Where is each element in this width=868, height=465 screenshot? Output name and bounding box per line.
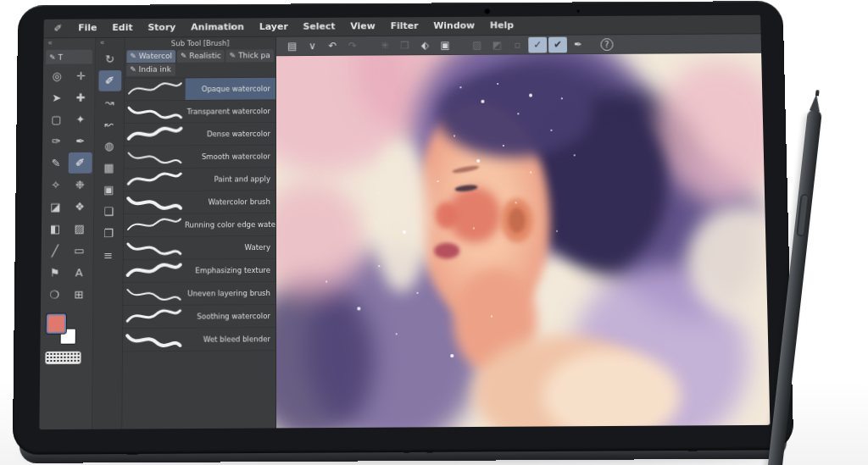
tablet-device: ✐ FileEditStoryAnimationLayerSelectViewF… <box>13 1 794 463</box>
brush-stroke-preview <box>124 214 185 236</box>
brush-list-item[interactable]: Soothing watercolor <box>123 305 275 329</box>
eyedropper-tool[interactable]: ✑ <box>44 130 69 152</box>
star-speckles <box>276 56 278 58</box>
transparent-color-swatch[interactable] <box>45 352 81 364</box>
fill-tool[interactable]: ◧ <box>43 218 68 239</box>
layer-property-icon[interactable]: ❏ <box>97 201 120 222</box>
collapse-quick-access-button[interactable]: « <box>96 38 125 49</box>
brush-list-item[interactable]: Running color edge watercolor <box>124 213 275 237</box>
product-photo-background: ✐ FileEditStoryAnimationLayerSelectViewF… <box>0 0 868 465</box>
chevron-down-icon[interactable]: ∨ <box>303 38 322 54</box>
object-tool[interactable]: ➤ <box>45 87 70 108</box>
gradient-tool[interactable]: ▨ <box>67 218 92 239</box>
text-tool[interactable]: A <box>67 262 92 283</box>
snap-ruler-icon[interactable]: ✓ <box>528 36 547 53</box>
selection-border-icon[interactable]: ▫ <box>508 36 526 53</box>
invert-selection-icon[interactable]: ◩ <box>488 37 507 53</box>
app-logo-icon: ✐ <box>50 22 65 36</box>
blend-tool[interactable]: ❖ <box>68 196 92 217</box>
menu-view[interactable]: View <box>342 17 382 36</box>
artwork-canvas[interactable] <box>276 53 770 429</box>
stylus-button <box>796 194 810 237</box>
figure-tool[interactable]: ╱ <box>43 240 68 261</box>
ruler-tool[interactable]: ▭ <box>67 240 92 261</box>
redo-icon[interactable]: ↷ <box>343 38 362 54</box>
layer-palette-icon[interactable]: ❐ <box>97 223 120 244</box>
menu-file[interactable]: File <box>70 19 104 37</box>
subtool-tab-watercol[interactable]: ✎Watercol <box>126 50 175 63</box>
brush-stroke-preview <box>125 78 186 100</box>
portrait-lips <box>434 243 459 259</box>
menu-animation[interactable]: Animation <box>183 18 252 36</box>
menu-help[interactable]: Help <box>482 16 521 35</box>
move-tool[interactable]: ✚ <box>69 87 93 108</box>
subtool-tab-realistic[interactable]: ✎Realistic <box>177 50 225 63</box>
brush-name: Dense watercolor <box>185 130 275 139</box>
hand-tool[interactable]: ✛ <box>69 65 93 86</box>
marker-tool[interactable]: ✎ <box>44 152 69 174</box>
crop-frame-icon[interactable]: ▣ <box>436 37 454 53</box>
tool-palette-tab[interactable]: ✎ T <box>46 50 92 64</box>
brush-list-item[interactable]: Wet bleed blender <box>123 328 275 352</box>
brush-list-item[interactable]: Emphasizing texture <box>124 259 275 283</box>
undo-icon[interactable]: ↶ <box>323 38 342 54</box>
operation-tool-icon[interactable]: ✐ <box>98 70 121 91</box>
zoom-tool[interactable]: ◎ <box>45 66 70 87</box>
brush-name: Uneven layering brush <box>185 289 275 298</box>
eraser-tool[interactable]: ◪ <box>43 197 68 218</box>
subtool-tab-thick-pa[interactable]: ✎Thick pa <box>226 49 274 62</box>
airbrush-tool[interactable]: ✧ <box>43 174 68 196</box>
marquee-tool[interactable]: ▢ <box>44 109 69 130</box>
color-swatches <box>45 313 87 368</box>
menu-window[interactable]: Window <box>426 17 482 36</box>
brush-list-item[interactable]: Paint and apply <box>124 168 275 191</box>
brush-list-item[interactable]: Smooth watercolor <box>125 146 275 169</box>
brush-list-item[interactable]: Uneven layering brush <box>123 282 275 306</box>
subtool-tab-india-ink[interactable]: ✎India ink <box>126 64 175 76</box>
screen-icon[interactable]: ▣ <box>97 179 120 200</box>
eraser-icon[interactable]: ⬖ <box>415 37 434 53</box>
menu-select[interactable]: Select <box>296 18 343 36</box>
brush-stroke-preview <box>125 146 186 168</box>
snap-special-ruler-icon[interactable]: ✔ <box>548 36 567 53</box>
auto-select-tool[interactable]: ✦ <box>69 108 93 130</box>
menu-filter[interactable]: Filter <box>383 17 426 36</box>
deselect-icon[interactable]: ▨ <box>468 37 487 53</box>
rotate-canvas-icon[interactable]: ↻ <box>98 49 121 70</box>
brush-tool[interactable]: ✐ <box>68 152 92 174</box>
fill-selection-icon[interactable]: ❒ <box>396 37 415 53</box>
light-sensor <box>576 9 580 13</box>
balloon-tool[interactable]: ❍ <box>42 284 67 305</box>
brush-list-item[interactable]: Opaque watercolor <box>125 78 275 102</box>
subview-icon[interactable]: ▦ <box>97 158 120 179</box>
pen-tool[interactable]: ✒ <box>68 130 92 152</box>
brush-name: Soothing watercolor <box>185 312 275 321</box>
brush-list-item[interactable]: Watery <box>124 236 275 260</box>
brush-list-item[interactable]: Dense watercolor <box>125 123 275 147</box>
tablet-screen: ✐ FileEditStoryAnimationLayerSelectViewF… <box>39 15 770 429</box>
menu-edit[interactable]: Edit <box>104 19 140 37</box>
brush-icon: ✎ <box>230 52 236 60</box>
frame-border-tool[interactable]: ⊞ <box>67 284 92 305</box>
lasso-fill-icon[interactable]: ↝ <box>98 92 121 113</box>
brush-icon: ✎ <box>130 65 136 74</box>
collapse-palette-button[interactable]: « <box>43 38 95 49</box>
brush-icon: ✎ <box>181 52 187 60</box>
menu-layer[interactable]: Layer <box>252 18 296 36</box>
foreground-color-swatch[interactable] <box>47 314 66 334</box>
brush-list-item[interactable]: Transparent watercolor <box>125 100 275 124</box>
current-tool-icon[interactable]: ▤ <box>283 38 302 54</box>
brush-stroke-preview <box>123 283 184 306</box>
material-icon[interactable]: ≡ <box>97 245 120 266</box>
brush-name: Wet bleed blender <box>184 335 275 344</box>
help-icon[interactable]: ? <box>600 38 613 51</box>
menu-story[interactable]: Story <box>140 19 183 37</box>
navigator-icon[interactable]: ◍ <box>97 136 120 157</box>
tool-tab-label: T <box>58 53 64 61</box>
clear-icon[interactable]: ✳ <box>376 37 394 53</box>
snap-grid-icon[interactable]: ✒ <box>569 36 587 53</box>
brush-list-item[interactable]: Watercolor brush <box>124 191 275 214</box>
lasso-erase-icon[interactable]: ↜ <box>97 113 120 135</box>
decoration-tool[interactable]: ❉ <box>68 174 92 196</box>
flag-tool[interactable]: ⚑ <box>42 262 67 283</box>
